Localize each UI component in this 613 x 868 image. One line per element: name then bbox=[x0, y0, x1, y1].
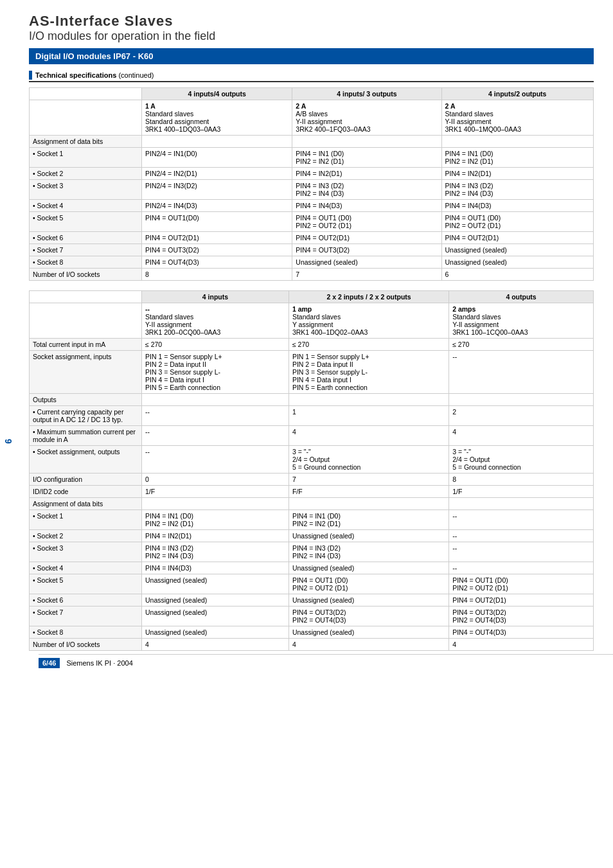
t2-row-col2: PIN 1 = Sensor supply L+PIN 2 = Data inp… bbox=[142, 351, 289, 394]
t2-row-col3: Unassigned (sealed) bbox=[289, 530, 449, 542]
t2-row-col3: PIN 1 = Sensor supply L+PIN 2 = Data inp… bbox=[289, 351, 449, 394]
t1-row-col3: PIN4 = OUT3(D2) bbox=[292, 244, 441, 256]
t2-col0-header bbox=[30, 291, 142, 303]
t1-row-col3: PIN4 = IN1 (D0)PIN2 = IN2 (D1) bbox=[292, 148, 441, 168]
t2-row-col2: PIN4 = IN2(D1) bbox=[142, 530, 289, 542]
t2-row-label: • Socket 7 bbox=[30, 607, 142, 626]
t1-col1-header: 4 inputs/4 outputs bbox=[142, 88, 292, 100]
table-row: Socket assignment, inputs PIN 1 = Sensor… bbox=[30, 351, 594, 394]
t2-row-col2 bbox=[142, 394, 289, 406]
table2-header-row: 4 inputs 2 x 2 inputs / 2 x 2 outputs 4 … bbox=[30, 291, 594, 303]
t2-row-label: ID/ID2 code bbox=[30, 486, 142, 498]
t2-row-label: • Socket 2 bbox=[30, 530, 142, 542]
header: AS-Interface Slaves I/O modules for oper… bbox=[29, 13, 594, 64]
t1-row-col4: PIN4 = OUT2(D1) bbox=[441, 232, 593, 244]
t2-row-col3: PIN4 = OUT3(D2)PIN2 = OUT4(D3) bbox=[289, 607, 449, 626]
t2-row-label: I/O configuration bbox=[30, 474, 142, 486]
t2-row-col2: -- bbox=[142, 446, 289, 474]
t2-row-col4: 3 = "-"2/4 = Output5 = Ground connection bbox=[449, 446, 594, 474]
t2-row-col4: PIN4 = OUT2(D1) bbox=[449, 594, 594, 607]
t2-sub-col2: 1 amp Standard slaves Y assignment 3RK1 … bbox=[289, 303, 449, 339]
table-row: Total current input in mA ≤ 270 ≤ 270 ≤ … bbox=[30, 339, 594, 351]
t2-row-col2: PIN4 = IN4(D3) bbox=[142, 562, 289, 574]
page-wrapper: 6 AS-Interface Slaves I/O modules for op… bbox=[0, 0, 613, 704]
table-row: • Socket 8 PIN4 = OUT4(D3) Unassigned (s… bbox=[30, 256, 594, 269]
t2-row-col4 bbox=[449, 498, 594, 510]
t2-row-label: • Socket 8 bbox=[30, 626, 142, 639]
t2-sub-col1: -- Standard slaves Y-II assignment 3RK1 … bbox=[142, 303, 289, 339]
table-row: • Socket 2 PIN2/4 = IN2(D1) PIN4 = IN2(D… bbox=[30, 168, 594, 180]
t1-row-col2: 8 bbox=[142, 269, 292, 281]
t1-col2-header: 4 inputs/ 3 outputs bbox=[292, 88, 441, 100]
t2-row-col3: F/F bbox=[289, 486, 449, 498]
t2-row-col4: -- bbox=[449, 562, 594, 574]
table2-subheader-row: -- Standard slaves Y-II assignment 3RK1 … bbox=[30, 303, 594, 339]
t1-row-col2 bbox=[142, 136, 292, 148]
table-row: • Socket 7 Unassigned (sealed) PIN4 = OU… bbox=[30, 607, 594, 626]
t1-col0-header bbox=[30, 88, 142, 100]
t2-row-col3 bbox=[289, 498, 449, 510]
t1-row-col2: PIN2/4 = IN2(D1) bbox=[142, 168, 292, 180]
t2-row-col4: 8 bbox=[449, 474, 594, 486]
t2-row-label: • Socket 6 bbox=[30, 594, 142, 607]
table-row: Number of I/O sockets 8 7 6 bbox=[30, 269, 594, 281]
t1-row-col3: Unassigned (sealed) bbox=[292, 256, 441, 269]
t2-row-col4: -- bbox=[449, 510, 594, 530]
table-row: Outputs bbox=[30, 394, 594, 406]
t2-row-col4: -- bbox=[449, 351, 594, 394]
t1-row-col4: PIN4 = IN2(D1) bbox=[441, 168, 593, 180]
table1-header-row: 4 inputs/4 outputs 4 inputs/ 3 outputs 4… bbox=[30, 88, 594, 100]
section-bar-icon bbox=[29, 71, 32, 80]
t1-row-label: • Socket 6 bbox=[30, 232, 142, 244]
t2-row-col4: PIN4 = OUT3(D2)PIN2 = OUT4(D3) bbox=[449, 607, 594, 626]
t1-row-label: • Socket 2 bbox=[30, 168, 142, 180]
t1-row-col4: 6 bbox=[441, 269, 593, 281]
t2-row-col2: 4 bbox=[142, 639, 289, 651]
t1-row-label: • Socket 1 bbox=[30, 148, 142, 168]
t2-row-col4: 4 bbox=[449, 426, 594, 446]
t2-row-col2: Unassigned (sealed) bbox=[142, 574, 289, 594]
footer-page-number: 6/46 bbox=[39, 658, 60, 668]
table-row: • Socket 4 PIN2/4 = IN4(D3) PIN4 = IN4(D… bbox=[30, 200, 594, 212]
t2-row-col3: 7 bbox=[289, 474, 449, 486]
t1-row-label: Number of I/O sockets bbox=[30, 269, 142, 281]
t2-row-col2: Unassigned (sealed) bbox=[142, 626, 289, 639]
t1-row-col4: PIN4 = IN4(D3) bbox=[441, 200, 593, 212]
t2-row-col3: 4 bbox=[289, 639, 449, 651]
t2-row-label: • Socket 3 bbox=[30, 542, 142, 562]
t2-row-col4: 4 bbox=[449, 639, 594, 651]
t1-col3-header: 4 inputs/2 outputs bbox=[441, 88, 593, 100]
t1-sub-col1: 1 A Standard slaves Standard assignment … bbox=[142, 100, 292, 136]
t2-row-col4: 2 bbox=[449, 406, 594, 426]
table-row: • Current carrying capacity per output i… bbox=[30, 406, 594, 426]
t2-row-label: • Socket assignment, outputs bbox=[30, 446, 142, 474]
table-row: Number of I/O sockets 4 4 4 bbox=[30, 639, 594, 651]
t1-row-label: • Socket 5 bbox=[30, 212, 142, 232]
t1-row-label: Assignment of data bits bbox=[30, 136, 142, 148]
t2-row-label: Total current input in mA bbox=[30, 339, 142, 351]
t1-row-col4: Unassigned (sealed) bbox=[441, 256, 593, 269]
section-title: Technical specifications (continued) bbox=[35, 71, 154, 79]
table-row: Assignment of data bits bbox=[30, 498, 594, 510]
t2-row-col2: ≤ 270 bbox=[142, 339, 289, 351]
t1-row-col2: PIN2/4 = IN4(D3) bbox=[142, 200, 292, 212]
footer-text: Siemens IK PI · 2004 bbox=[66, 659, 132, 667]
t1-row-label: • Socket 8 bbox=[30, 256, 142, 269]
t2-row-label: Socket assignment, inputs bbox=[30, 351, 142, 394]
table-row: • Socket 3 PIN2/4 = IN3(D2) PIN4 = IN3 (… bbox=[30, 180, 594, 200]
t2-col1-header: 4 inputs bbox=[142, 291, 289, 303]
table-row: • Socket 5 Unassigned (sealed) PIN4 = OU… bbox=[30, 574, 594, 594]
t2-row-col3: Unassigned (sealed) bbox=[289, 562, 449, 574]
t1-row-col3 bbox=[292, 136, 441, 148]
t1-row-col4: PIN4 = IN1 (D0)PIN2 = IN2 (D1) bbox=[441, 148, 593, 168]
t1-row-col2: PIN4 = OUT2(D1) bbox=[142, 232, 292, 244]
t2-row-col2: PIN4 = IN3 (D2)PIN2 = IN4 (D3) bbox=[142, 542, 289, 562]
table-row: • Socket 3 PIN4 = IN3 (D2)PIN2 = IN4 (D3… bbox=[30, 542, 594, 562]
footer: 6/46 Siemens IK PI · 2004 bbox=[39, 654, 613, 668]
blue-bar: Digital I/O modules IP67 - K60 bbox=[29, 48, 594, 64]
t1-row-col2: PIN2/4 = IN3(D2) bbox=[142, 180, 292, 200]
t2-row-col2: PIN4 = IN1 (D0)PIN2 = IN2 (D1) bbox=[142, 510, 289, 530]
table-row: • Socket 8 Unassigned (sealed) Unassigne… bbox=[30, 626, 594, 639]
t2-row-label: • Socket 1 bbox=[30, 510, 142, 530]
page-subtitle: I/O modules for operation in the field bbox=[29, 30, 594, 43]
